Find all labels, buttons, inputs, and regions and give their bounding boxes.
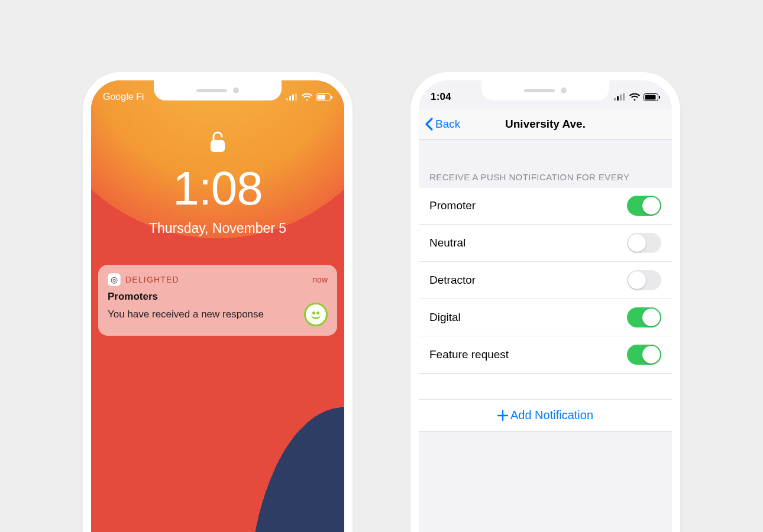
back-label: Back	[435, 118, 460, 131]
svg-rect-11	[623, 93, 625, 100]
cellular-icon	[286, 93, 298, 100]
screen: Google Fi 1:08 Thursday, November 5	[91, 80, 344, 532]
svg-rect-5	[318, 95, 325, 99]
svg-rect-1	[289, 96, 291, 100]
svg-rect-0	[286, 98, 288, 100]
status-icons	[614, 93, 660, 101]
toggle-switch[interactable]	[627, 345, 661, 365]
setting-label: Promoter	[429, 199, 476, 212]
add-notification-button[interactable]: Add Notification	[419, 400, 672, 432]
setting-label: Digital	[429, 311, 461, 324]
status-time: 1:04	[431, 91, 451, 103]
svg-rect-8	[614, 98, 616, 100]
svg-rect-13	[645, 95, 656, 99]
notch	[481, 80, 609, 100]
unlock-icon	[209, 131, 226, 153]
setting-row: Feature request	[419, 336, 672, 374]
svg-rect-9	[617, 96, 619, 100]
notification-list: PromoterNeutralDetractorDigitalFeature r…	[419, 187, 672, 432]
toggle-switch[interactable]	[627, 270, 661, 290]
notification-body: You have received a new response	[108, 309, 264, 320]
screen: 1:04 Back University Ave. RECEIVE A PUSH…	[419, 80, 672, 532]
setting-row: Promoter	[419, 187, 672, 225]
chevron-left-icon	[425, 118, 433, 131]
back-button[interactable]: Back	[425, 109, 460, 139]
setting-row: Neutral	[419, 225, 672, 262]
status-icons	[286, 93, 332, 101]
notification-title: Promoters	[108, 291, 328, 303]
smiley-icon	[304, 303, 328, 326]
setting-label: Neutral	[429, 236, 465, 249]
notch	[154, 80, 282, 100]
navbar: Back University Ave.	[419, 109, 672, 140]
notification-card[interactable]: ◎ DELIGHTED now Promoters You have recei…	[98, 265, 337, 336]
add-notification-label: Add Notification	[510, 408, 593, 422]
battery-icon	[644, 93, 660, 101]
setting-label: Detractor	[429, 274, 476, 287]
app-icon: ◎	[108, 273, 121, 286]
setting-row: Detractor	[419, 262, 672, 299]
svg-rect-10	[620, 95, 622, 100]
svg-rect-7	[211, 140, 225, 152]
svg-rect-14	[659, 96, 660, 99]
setting-row: Digital	[419, 299, 672, 336]
wifi-icon	[629, 93, 640, 101]
wifi-icon	[302, 93, 312, 101]
toggle-switch[interactable]	[627, 196, 661, 216]
notification-app-name: DELIGHTED	[125, 275, 308, 284]
section-header: RECEIVE A PUSH NOTIFICATION FOR EVERY	[429, 172, 629, 182]
lock-date: Thursday, November 5	[91, 220, 344, 236]
battery-icon	[316, 93, 332, 101]
lock-time: 1:08	[91, 165, 344, 212]
notification-time: now	[312, 275, 328, 284]
phone-settings: 1:04 Back University Ave. RECEIVE A PUSH…	[410, 72, 680, 532]
list-spacer	[419, 374, 672, 400]
lock-center: 1:08 Thursday, November 5	[91, 122, 344, 236]
page-title: University Ave.	[505, 118, 586, 131]
plus-icon	[497, 410, 508, 421]
svg-rect-6	[331, 96, 332, 99]
setting-label: Feature request	[429, 348, 509, 361]
svg-rect-2	[292, 95, 294, 100]
svg-rect-3	[295, 93, 297, 100]
phone-lockscreen: Google Fi 1:08 Thursday, November 5	[83, 72, 353, 532]
carrier-label: Google Fi	[103, 92, 144, 102]
cellular-icon	[614, 93, 626, 100]
toggle-switch[interactable]	[627, 307, 661, 327]
toggle-switch[interactable]	[627, 233, 661, 253]
